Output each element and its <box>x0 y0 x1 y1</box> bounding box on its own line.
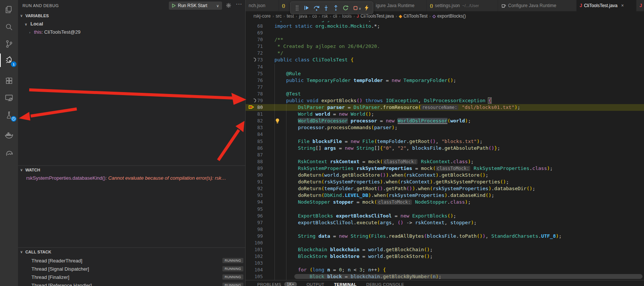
panel-tab-output[interactable]: OUTPUT <box>307 282 325 286</box>
panel-tab-terminal[interactable]: TERMINAL <box>334 282 356 286</box>
code-line-98[interactable]: 98 <box>246 226 644 233</box>
call-stack-thread-row[interactable]: Thread [ReaderThread] RUNNING <box>18 257 245 265</box>
code-line-104[interactable]: 104 for (long n = 0; n < 3; n++) { <box>246 267 644 273</box>
code-line-81[interactable]: 81 World world = new World(); <box>246 111 644 118</box>
remote-explorer-icon[interactable] <box>0 90 18 105</box>
gear-icon[interactable] <box>226 3 231 8</box>
code-line-99[interactable]: 99 String data = new String(Files.readAl… <box>246 233 644 240</box>
variable-this-row[interactable]: › this: CliToolsTest@29 <box>18 29 245 37</box>
code-line-84[interactable]: 84 <box>246 131 644 138</box>
breadcrumb-item[interactable]: src <box>276 13 282 19</box>
call-stack-thread-row[interactable]: Thread [Finalizer] RUNNING <box>18 273 245 282</box>
variables-scope-local[interactable]: ∨ Local <box>18 21 245 28</box>
code-editor[interactable]: 67import static org.junit.Assert.*;68imp… <box>246 16 644 286</box>
breadcrumb-item[interactable]: java <box>299 13 307 19</box>
breadcrumb-item[interactable]: tools <box>342 13 352 19</box>
call-stack-section-header[interactable]: ∨ CALL STACK <box>18 250 245 256</box>
line-number: 90 <box>246 172 263 179</box>
breadcrumb-item[interactable]: co <box>312 13 317 19</box>
code-line-86[interactable]: 86 String[] args = new String[]{"0", "2"… <box>246 145 644 152</box>
debug-current-line-arrow-icon[interactable] <box>249 104 256 110</box>
watch-expression-row[interactable]: rskSystemProperties.databaseKind(): Cann… <box>18 175 245 183</box>
code-line-95[interactable]: 95 <box>246 206 644 213</box>
code-line-91[interactable]: 91 doReturn(rskSystemProperties).when(rs… <box>246 179 644 185</box>
more-actions-icon[interactable]: ··· <box>236 1 242 7</box>
breadcrumb-item[interactable]: rsk <box>322 13 328 19</box>
code-line-100[interactable]: 100 <box>246 240 644 246</box>
breadcrumb-item[interactable]: JCliToolsTest.java <box>357 13 394 19</box>
explorer-icon[interactable] <box>0 2 18 17</box>
extensions-icon[interactable] <box>0 73 18 88</box>
continue-button[interactable] <box>302 3 312 13</box>
code-line-90[interactable]: 90 doReturn(world.getBlockStore()).when(… <box>246 172 644 179</box>
code-line-71[interactable]: 71 * Created by ajlopez on 26/04/2020. <box>246 43 644 50</box>
testing-flask-icon[interactable] <box>0 107 18 122</box>
run-configuration-button[interactable]: Run RSK Start ∨ <box>169 1 222 10</box>
code-line-101[interactable]: 101 Blockchain blockchain = world.getBlo… <box>246 246 644 253</box>
code-line-83[interactable]: 83 processor.processCommands(parser); <box>246 124 644 131</box>
tab-configure-java-runtime[interactable]: Configure Java Runtime <box>498 0 577 11</box>
code-line-75[interactable]: 75 @Rule <box>246 70 644 77</box>
search-icon[interactable] <box>0 19 18 34</box>
code-line-93[interactable]: 93 doReturn(DbKind.LEVEL_DB).when(rskSys… <box>246 192 644 199</box>
code-line-92[interactable]: 92 doReturn(tempFolder.getRoot().getPath… <box>246 185 644 192</box>
breadcrumb-item[interactable]: ◇exportBlocks() <box>432 13 466 19</box>
tab-settings-json[interactable]: {}settings.json~/.../User <box>427 0 498 11</box>
drag-handle[interactable] <box>292 3 302 13</box>
panel-tab-debug-console[interactable]: DEBUG CONSOLE <box>366 282 404 286</box>
test-pending-icon[interactable] <box>252 57 259 63</box>
breadcrumb-item[interactable]: rskj-core <box>253 13 271 19</box>
code-line-70[interactable]: 70/** <box>246 36 644 43</box>
code-line-89[interactable]: 89 RskSystemProperties rskSystemProperti… <box>246 165 644 172</box>
step-into-button[interactable] <box>321 3 331 13</box>
code-line-78[interactable]: 78 @Test <box>246 91 644 97</box>
tab-clitoolstest-java[interactable]: JCliToolsTest.java× <box>577 0 637 11</box>
tab-nch-json[interactable]: nch.json <box>246 0 279 11</box>
code-line-80[interactable]: 80 DslParser parser = DslParser.fromReso… <box>246 104 644 111</box>
code-line-69[interactable]: 69 <box>246 30 644 36</box>
gradle-elephant-icon[interactable] <box>0 146 18 161</box>
code-line-82[interactable]: 82 WorldDslProcessor processor = new Wor… <box>246 118 644 124</box>
code-line-103[interactable]: 103 <box>246 260 644 267</box>
close-icon[interactable]: × <box>621 3 624 8</box>
breadcrumb-item[interactable]: test <box>287 13 294 19</box>
horizontal-scrollbar[interactable] <box>294 274 643 279</box>
watch-section-header[interactable]: ∨ WATCH <box>18 168 245 174</box>
code-line-72[interactable]: 72 */ <box>246 50 644 57</box>
call-stack-thread-row[interactable]: Thread [Reference Handler] RUNNING <box>18 282 245 286</box>
code-line-77[interactable]: 77 <box>246 84 644 91</box>
code-line-68[interactable]: 68import static org.mockito.Mockito.*; <box>246 23 644 30</box>
code-line-88[interactable]: 88 RskContext rskContext = mock(classToM… <box>246 158 644 165</box>
test-pending-icon[interactable] <box>252 98 259 104</box>
variables-section-header[interactable]: ∨ VARIABLES <box>18 13 245 20</box>
source-control-icon[interactable] <box>0 36 18 51</box>
code-line-text: @Test <box>274 91 301 97</box>
step-over-button[interactable] <box>312 3 321 13</box>
restart-button[interactable] <box>341 3 350 13</box>
code-line-85[interactable]: 85 File blocksFile = new File(tempFolder… <box>246 138 644 145</box>
code-line-96[interactable]: 96 ExportBlocks exportBlocksCliTool = ne… <box>246 213 644 219</box>
code-line-102[interactable]: 102 BlockStore blockStore = world.getBlo… <box>246 253 644 260</box>
line-number: 88 <box>246 158 263 165</box>
breadcrumb-item[interactable]: ◈CliToolsTest <box>399 13 428 19</box>
code-line-73[interactable]: 73public class CliToolsTest { <box>246 57 644 63</box>
tab-j[interactable]: J <box>637 0 644 11</box>
call-stack-thread-row[interactable]: Thread [Signal Dispatcher] RUNNING <box>18 265 245 273</box>
hot-code-replace-button[interactable] <box>362 3 371 13</box>
breadcrumb-symbol-icon: ◇ <box>432 14 435 18</box>
line-number: 86 <box>246 145 263 152</box>
docker-whale-icon[interactable] <box>0 128 18 143</box>
code-line-94[interactable]: 94 NodeStopper stopper = mock(classToMoc… <box>246 199 644 206</box>
breadcrumb-item[interactable]: cli <box>333 13 337 19</box>
code-line-74[interactable]: 74 <box>246 64 644 70</box>
code-line-76[interactable]: 76 public TemporaryFolder tempFolder = n… <box>246 77 644 84</box>
run-and-debug-icon[interactable]: 1 <box>0 53 18 68</box>
code-line-text: DslParser parser = DslParser.fromResourc… <box>274 104 520 111</box>
step-out-button[interactable] <box>331 3 341 13</box>
code-line-97[interactable]: 97 exportBlocksCliTool.execute(args, () … <box>246 219 644 226</box>
line-number: 91 <box>246 179 263 185</box>
chevron-down-icon[interactable]: ∨ <box>216 4 219 8</box>
panel-tab-problems[interactable]: PROBLEMS <box>257 282 281 286</box>
code-line-87[interactable]: 87 <box>246 152 644 158</box>
code-line-79[interactable]: 79 public void exportBlocks() throws IOE… <box>246 97 644 104</box>
